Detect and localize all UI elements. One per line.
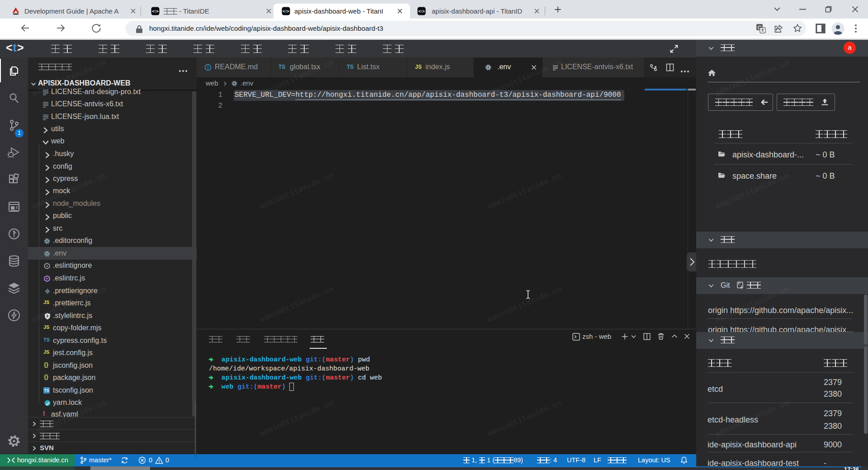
svg-text:<t>: <t> xyxy=(418,9,425,14)
svg-text:<t>: <t> xyxy=(283,9,289,14)
svg-text:<t>: <t> xyxy=(152,9,159,14)
